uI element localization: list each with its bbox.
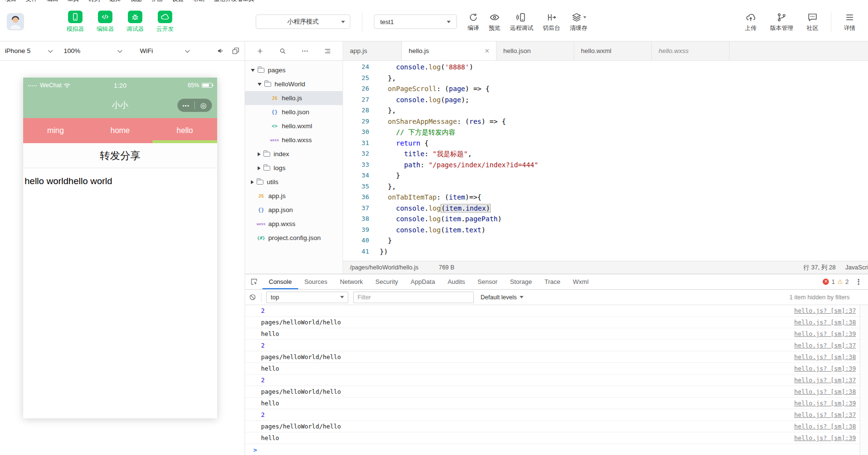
more-icon[interactable]: ••• bbox=[178, 103, 194, 108]
devtools-tab-security[interactable]: Security bbox=[369, 274, 404, 289]
code-line-33[interactable]: 33 path: "/pages/index/index?id=444" bbox=[343, 160, 868, 171]
code-line-24[interactable]: 24 console.log('8888') bbox=[343, 62, 868, 73]
tree-item-helloWorld[interactable]: helloWorld bbox=[245, 77, 343, 91]
devtools-tab-trace[interactable]: Trace bbox=[538, 274, 567, 289]
network-select[interactable]: WiFi bbox=[135, 41, 194, 60]
console-filter-input[interactable] bbox=[353, 292, 474, 303]
source-link[interactable]: hello.js? [sm]:39 bbox=[794, 400, 856, 407]
code-line-34[interactable]: 34 } bbox=[343, 170, 868, 181]
source-link[interactable]: hello.js? [sm]:39 bbox=[794, 434, 856, 442]
devtools-tab-appdata[interactable]: AppData bbox=[404, 274, 441, 289]
source-link[interactable]: hello.js? [sm]:38 bbox=[794, 388, 856, 395]
devtools-tab-console[interactable]: Console bbox=[262, 274, 298, 289]
speaker-icon[interactable] bbox=[217, 47, 225, 55]
code-line-28[interactable]: 28 }, bbox=[343, 105, 868, 116]
code-line-41[interactable]: 41}) bbox=[343, 246, 868, 257]
preview-button[interactable]: 预览 bbox=[484, 12, 505, 32]
code-area[interactable]: 24 console.log('8888')25 },26 onPageScro… bbox=[343, 61, 868, 261]
tree-item-project.config.json[interactable]: {#}project.config.json bbox=[245, 231, 343, 245]
code-line-27[interactable]: 27 console.log(page); bbox=[343, 94, 868, 106]
devtools-tab-wxml[interactable]: Wxml bbox=[566, 274, 595, 289]
code-line-35[interactable]: 35 }, bbox=[343, 181, 868, 192]
user-avatar[interactable] bbox=[7, 13, 24, 30]
cloud-dev-button[interactable]: 云开发 bbox=[156, 11, 174, 33]
devtools-tab-audits[interactable]: Audits bbox=[441, 274, 471, 289]
editor-tab-hello.json[interactable]: hello.json bbox=[496, 41, 574, 60]
version-control-button[interactable]: 版本管理 bbox=[765, 12, 798, 32]
collapse-icon[interactable] bbox=[251, 69, 255, 72]
code-line-39[interactable]: 39 console.log(item.text) bbox=[343, 225, 868, 236]
devtools-tab-sources[interactable]: Sources bbox=[298, 274, 334, 289]
code-line-26[interactable]: 26 onPageScroll: (page) => { bbox=[343, 83, 868, 94]
outline-icon[interactable] bbox=[324, 47, 331, 55]
compile-button[interactable]: 编译 bbox=[463, 12, 484, 32]
debugger-panel-button[interactable]: 调试器 bbox=[126, 11, 144, 33]
source-link[interactable]: hello.js? [sm]:39 bbox=[794, 330, 856, 337]
source-link[interactable]: hello.js? [sm]:38 bbox=[794, 319, 856, 326]
expand-icon[interactable] bbox=[258, 166, 261, 170]
code-line-30[interactable]: 30 // 下方是转发内容 bbox=[343, 127, 868, 138]
devtools-tab-sensor[interactable]: Sensor bbox=[471, 274, 504, 289]
mode-select[interactable]: 小程序模式 bbox=[256, 14, 350, 29]
source-link[interactable]: hello.js? [sm]:39 bbox=[794, 365, 856, 372]
inspect-element-icon[interactable] bbox=[245, 274, 262, 289]
tree-item-app.js[interactable]: JSapp.js bbox=[245, 189, 343, 203]
code-line-36[interactable]: 36 onTabItemTap: (item)=>{ bbox=[343, 192, 868, 203]
tree-item-hello.json[interactable]: {}hello.json bbox=[245, 105, 343, 119]
phone-tab-ming[interactable]: ming bbox=[23, 118, 88, 143]
search-icon[interactable] bbox=[279, 47, 287, 55]
collapse-icon[interactable] bbox=[258, 83, 262, 86]
home-icon[interactable]: ◎ bbox=[195, 102, 212, 109]
source-link[interactable]: hello.js? [sm]:37 bbox=[794, 307, 856, 314]
tree-item-app.json[interactable]: {}app.json bbox=[245, 203, 343, 217]
remote-debug-button[interactable]: 远程调试 bbox=[505, 12, 538, 32]
phone-simulator[interactable]: ••••• WeChat 1:20 65% 小小 ••• ◎ minghomeh… bbox=[23, 78, 217, 418]
source-link[interactable]: hello.js? [sm]:38 bbox=[794, 423, 856, 430]
expand-icon[interactable] bbox=[251, 180, 254, 184]
tree-item-logs[interactable]: logs bbox=[245, 161, 343, 175]
close-tab-icon[interactable]: × bbox=[485, 47, 489, 55]
editor-panel-button[interactable]: 编辑器 bbox=[96, 11, 114, 33]
devtools-menu-icon[interactable]: ⋮ bbox=[855, 278, 862, 286]
device-select[interactable]: iPhone 5 bbox=[0, 41, 57, 60]
clear-console-icon[interactable] bbox=[249, 294, 256, 301]
code-line-32[interactable]: 32 title: "我是标题", bbox=[343, 148, 868, 160]
upload-button[interactable]: 上传 bbox=[740, 12, 761, 32]
tree-item-hello.js[interactable]: JShello.js bbox=[245, 91, 343, 105]
switch-background-button[interactable]: 切后台 bbox=[538, 12, 565, 32]
add-file-icon[interactable] bbox=[256, 47, 264, 55]
phone-tab-hello[interactable]: hello bbox=[152, 118, 217, 143]
tree-item-hello.wxss[interactable]: wxsshello.wxss bbox=[245, 133, 343, 147]
code-line-31[interactable]: 31 return { bbox=[343, 138, 868, 149]
error-icon[interactable]: ✕ bbox=[823, 279, 829, 285]
expand-icon[interactable] bbox=[258, 152, 261, 156]
code-line-38[interactable]: 38 console.log(item.pagePath) bbox=[343, 214, 868, 225]
source-link[interactable]: hello.js? [sm]:37 bbox=[794, 376, 856, 384]
zoom-select[interactable]: 100% bbox=[59, 41, 126, 60]
code-line-25[interactable]: 25 }, bbox=[343, 73, 868, 84]
devtools-tab-storage[interactable]: Storage bbox=[504, 274, 538, 289]
project-select[interactable]: test1 bbox=[374, 14, 457, 29]
tree-item-hello.wxml[interactable]: <>hello.wxml bbox=[245, 119, 343, 133]
tree-item-app.wxss[interactable]: wxssapp.wxss bbox=[245, 217, 343, 231]
community-button[interactable]: 社区 bbox=[802, 12, 823, 32]
capsule-menu[interactable]: ••• ◎ bbox=[177, 98, 212, 112]
devtools-tab-network[interactable]: Network bbox=[333, 274, 369, 289]
more-icon[interactable] bbox=[301, 47, 309, 55]
source-link[interactable]: hello.js? [sm]:38 bbox=[794, 353, 856, 361]
simulator-panel-button[interactable]: 模拟器 bbox=[67, 11, 84, 33]
code-line-37[interactable]: 37 console.log(item.index) bbox=[343, 203, 868, 214]
execution-context-select[interactable]: top bbox=[266, 292, 348, 303]
editor-tab-hello.wxml[interactable]: hello.wxml bbox=[574, 41, 652, 60]
tree-item-utils[interactable]: utils bbox=[245, 175, 343, 189]
code-line-40[interactable]: 40 } bbox=[343, 235, 868, 246]
console-prompt-row[interactable]: > bbox=[245, 444, 868, 455]
log-levels-select[interactable]: Default levels bbox=[481, 294, 524, 301]
editor-tab-hello.js[interactable]: hello.js× bbox=[402, 41, 496, 60]
editor-tab-hello.wxss[interactable]: hello.wxss bbox=[652, 41, 730, 60]
tree-item-index[interactable]: index bbox=[245, 147, 343, 161]
details-button[interactable]: 详情 bbox=[839, 12, 860, 32]
code-line-29[interactable]: 29 onShareAppMessage: (res) => { bbox=[343, 116, 868, 127]
console-scrollbar[interactable] bbox=[860, 305, 868, 455]
language-mode[interactable]: JavaScript bbox=[845, 264, 868, 271]
